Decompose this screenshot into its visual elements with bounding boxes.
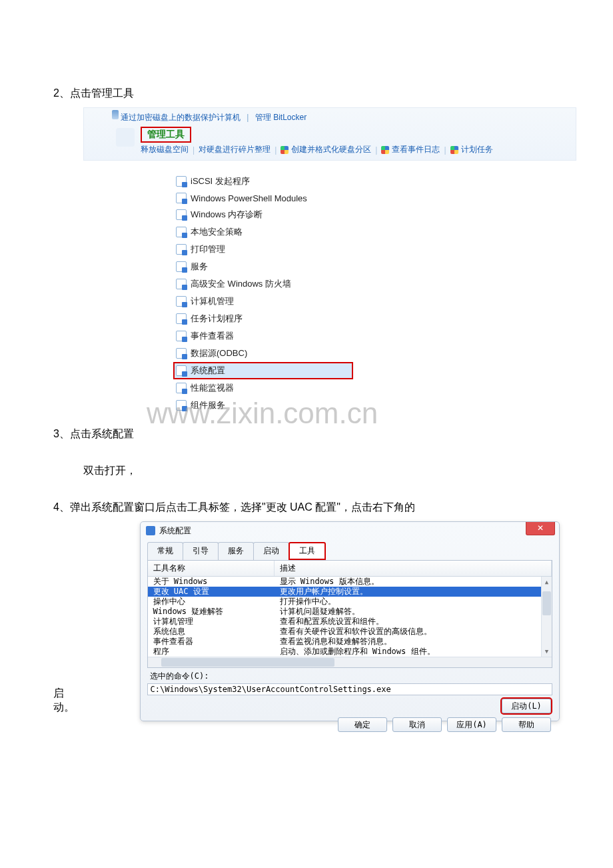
cell-name: 系统信息 [148,627,275,637]
tool-item[interactable]: Windows PowerShell Modules [173,190,353,206]
table-row[interactable]: 更改 UAC 设置更改用户帐户控制设置。 [148,587,552,597]
shortcut-icon [176,348,187,359]
tool-item[interactable]: 本地安全策略 [173,223,353,241]
admin-tools-subrow: 释放磁盘空间| 对硬盘进行碎片整理| 创建并格式化硬盘分区| 查看事件日志| 计… [141,144,493,155]
shortcut-icon [176,279,187,289]
tool-label: 组件服务 [191,399,225,411]
tool-item[interactable]: iSCSI 发起程序 [173,173,353,190]
vertical-scrollbar[interactable]: ▲ ▼ [541,577,552,657]
scroll-thumb[interactable] [542,591,551,615]
cell-name: 操作中心 [148,597,275,607]
tool-label: 数据源(ODBC) [191,347,247,359]
cell-desc: 打开操作中心。 [275,597,552,607]
col-tool-name[interactable]: 工具名称 [148,561,275,576]
col-description[interactable]: 描述 [275,561,552,576]
view-event-log[interactable]: 查看事件日志 [392,144,440,155]
tool-label: 性能监视器 [191,382,234,394]
cell-desc: 查看和配置系统设置和组件。 [275,617,552,627]
shortcut-icon [176,193,187,203]
step-3b-text: 双击打开， [53,464,560,478]
bitlocker-manage[interactable]: 管理 BitLocker [255,113,306,122]
shortcut-icon [176,209,187,220]
shortcut-icon [176,296,187,307]
tool-item[interactable]: 计算机管理 [173,293,353,310]
step-3-text: 3、点击系统配置 [53,427,560,441]
cell-name: 程序 [148,647,275,657]
tool-item[interactable]: Windows 内存诊断 [173,206,353,223]
shortcut-icon [176,383,187,393]
tool-item[interactable]: 打印管理 [173,241,353,258]
tool-label: 系统配置 [191,365,225,377]
defrag[interactable]: 对硬盘进行碎片整理 [199,144,271,155]
h-scroll-thumb[interactable] [161,658,334,667]
tool-item[interactable]: 任务计划程序 [173,310,353,327]
help-button[interactable]: 帮助 [502,717,551,732]
tool-label: 打印管理 [191,243,225,255]
free-disk-space[interactable]: 释放磁盘空间 [141,144,189,155]
scroll-down-arrow[interactable]: ▼ [542,646,552,657]
window-icon [146,526,155,535]
step-2-text: 2、点击管理工具 [53,87,560,101]
table-row[interactable]: 事件查看器查看监视消息和疑难解答消息。 [148,637,552,647]
tool-label: 高级安全 Windows 防火墙 [191,278,291,290]
scroll-up-arrow[interactable]: ▲ [542,577,552,587]
launch-button[interactable]: 启动(L) [502,699,551,713]
step-4-tail: 启动。 [53,687,88,721]
selected-command-path[interactable]: C:\Windows\System32\UserAccountControlSe… [147,683,553,695]
shortcut-icon [176,244,187,255]
table-row[interactable]: 系统信息查看有关硬件设置和软件设置的高级信息。 [148,627,552,637]
cell-desc: 显示 Windows 版本信息。 [275,577,552,587]
tool-item[interactable]: 事件查看器 [173,327,353,345]
cell-desc: 更改用户帐户控制设置。 [275,587,552,597]
schedule-task[interactable]: 计划任务 [461,144,493,155]
list-header: 工具名称 描述 [148,561,552,577]
tool-rows: 关于 Windows显示 Windows 版本信息。更改 UAC 设置更改用户帐… [148,577,552,657]
step-4-text: 4、弹出系统配置窗口后点击工具标签，选择"更改 UAC 配置"，点击右下角的 [53,501,560,515]
admin-tools-link[interactable]: 管理工具 [141,127,191,143]
shortcut-icon [176,400,187,411]
ok-button[interactable]: 确定 [338,717,387,732]
cell-name: Windows 疑难解答 [148,607,275,617]
apply-button[interactable]: 应用(A) [447,717,496,732]
cell-name: 更改 UAC 设置 [148,587,275,597]
create-partition[interactable]: 创建并格式化硬盘分区 [291,144,371,155]
tool-label: 服务 [191,261,208,273]
shield-icon [281,146,289,154]
horizontal-scrollbar[interactable] [148,657,552,667]
window-title: 系统配置 [159,525,191,537]
cell-name: 计算机管理 [148,617,275,627]
tool-item[interactable]: 组件服务 [173,397,353,414]
tool-label: 任务计划程序 [191,313,243,325]
tab-4[interactable]: 工具 [289,542,326,560]
tab-0[interactable]: 常规 [147,542,183,560]
table-row[interactable]: 操作中心打开操作中心。 [148,597,552,607]
tool-item[interactable]: 数据源(ODBC) [173,345,353,362]
table-row[interactable]: 计算机管理查看和配置系统设置和组件。 [148,617,552,627]
shield-icon [381,146,389,154]
tools-panel: 工具名称 描述 关于 Windows显示 Windows 版本信息。更改 UAC… [147,560,553,668]
tool-item[interactable]: 高级安全 Windows 防火墙 [173,275,353,293]
tab-3[interactable]: 启动 [253,542,289,560]
table-row[interactable]: Windows 疑难解答计算机问题疑难解答。 [148,607,552,617]
tool-item[interactable]: 性能监视器 [173,379,353,397]
tool-item[interactable]: 服务 [173,258,353,275]
bitlocker-row: 通过加密磁盘上的数据保护计算机 | 管理 BitLocker [121,112,306,123]
bitlocker-text[interactable]: 通过加密磁盘上的数据保护计算机 [121,113,241,122]
control-panel-screenshot: 通过加密磁盘上的数据保护计算机 | 管理 BitLocker 管理工具 释放磁盘… [83,107,576,161]
shortcut-icon [176,261,187,272]
selected-command-label: 选中的命令(C): [150,671,553,682]
table-row[interactable]: 关于 Windows显示 Windows 版本信息。 [148,577,552,587]
cell-desc: 查看监视消息和疑难解答消息。 [275,637,552,647]
table-row[interactable]: 程序启动、添加或删除程序和 Windows 组件。 [148,647,552,657]
tab-2[interactable]: 服务 [218,542,254,560]
tool-label: iSCSI 发起程序 [191,175,250,187]
tab-1[interactable]: 引导 [183,542,219,560]
shortcut-icon [176,176,187,187]
shortcut-icon [176,365,187,376]
close-button[interactable]: ✕ [526,522,555,535]
tool-item[interactable]: 系统配置 [173,362,353,379]
tab-strip: 常规引导服务启动工具 [147,542,553,560]
cell-name: 关于 Windows [148,577,275,587]
titlebar: 系统配置 [141,522,560,539]
cancel-button[interactable]: 取消 [392,717,442,732]
